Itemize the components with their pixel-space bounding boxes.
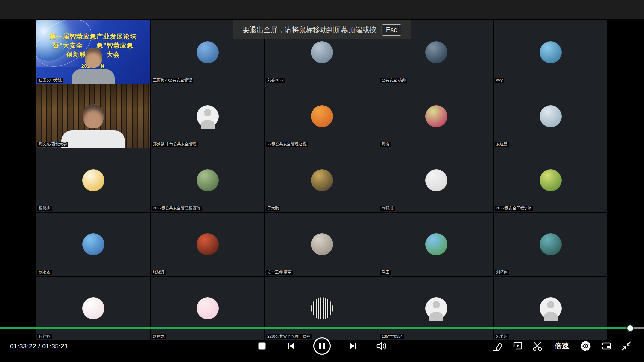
participant-avatar <box>197 41 219 63</box>
previous-button[interactable] <box>286 341 296 351</box>
participant-name-label: 赵腾龙 <box>152 334 166 339</box>
participant-avatar <box>425 169 447 191</box>
participant-avatar <box>311 233 333 255</box>
stop-icon <box>259 343 266 350</box>
participant-name-label: 22级公共安全管理赵悦 <box>266 142 308 147</box>
gear-icon <box>579 340 592 352</box>
speaker-torso <box>61 130 125 148</box>
participant-tile-19: 马工 <box>379 213 493 276</box>
presenter-head <box>85 48 102 68</box>
participant-avatar <box>82 169 104 191</box>
participant-name-label: 周文光-西北大学 <box>37 142 68 147</box>
progress-bar[interactable] <box>0 327 644 329</box>
participant-name-label: 公共安全 杨帅 <box>380 78 407 83</box>
toast-message: 要退出全屏，请将鼠标移动到屏幕顶端或按 <box>243 25 376 35</box>
participant-avatar <box>425 233 447 255</box>
participant-name-label: 张晓丹 <box>152 270 166 275</box>
participant-name-label: 刘睿2022 <box>266 78 285 83</box>
participant-grid: 第一届智慧应急产业发展论坛暨“大安全 急”智慧应急创新联 大会202 月 任国友… <box>36 20 607 340</box>
participant-name-label: 于大鹏 <box>266 206 280 211</box>
participant-name-label: 刘巧芹 <box>495 270 509 275</box>
participant-tile-1: 第一届智慧应急产业发展论坛暨“大安全 急”智慧应急创新联 大会202 月 任国友… <box>36 20 150 84</box>
eraser-icon <box>492 341 503 351</box>
speed-button[interactable]: 倍速 <box>555 341 569 351</box>
exit-fullscreen-button[interactable] <box>621 340 632 352</box>
participant-name-label: 安红昌 <box>495 142 509 147</box>
participant-tile-13: 于大鹏 <box>265 148 379 212</box>
slide-text-line: 第一届智慧应急产业发展论坛 <box>36 32 150 41</box>
scissors-button[interactable] <box>532 341 543 351</box>
participant-name-label: 马工 <box>380 270 391 275</box>
participant-tile-9: 周袁 <box>379 84 493 148</box>
participant-tile-23: 22级公共安全管理一侯翔 <box>265 277 379 340</box>
participant-name-label: 王丽梅23公共安全管理 <box>152 78 193 83</box>
participant-tile-12: 2022级公共安全管理杨茂玮 <box>151 148 264 212</box>
participant-name-label: 2022级安全工程李冰 <box>495 206 533 211</box>
participant-tile-8: 22级公共安全管理赵悦 <box>265 84 379 148</box>
participant-tile-7: 郑梦祺 中劳公共安全管理 <box>151 84 264 148</box>
speed-label: 倍速 <box>555 341 569 351</box>
participant-tile-14: 刘轩成 <box>379 148 493 212</box>
presentation-slide: 第一届智慧应急产业发展论坛暨“大安全 急”智慧应急创新联 大会202 月 <box>36 20 150 84</box>
participant-name-label: 刘轩成 <box>380 206 395 211</box>
participant-tile-20: 刘巧芹 <box>494 213 607 276</box>
participant-avatar <box>197 169 219 191</box>
speaker-silhouette <box>56 104 130 148</box>
participant-avatar <box>540 105 562 127</box>
stop-button[interactable] <box>259 343 266 350</box>
participant-name-label: 郑梦祺 中劳公共安全管理 <box>152 142 198 147</box>
previous-icon <box>286 341 296 351</box>
participant-tile-11: 杨晓柳 <box>36 148 150 212</box>
volume-button[interactable] <box>376 341 388 351</box>
participant-name-label: 2022级公共安全管理杨茂玮 <box>152 206 202 211</box>
participant-avatar <box>425 297 447 319</box>
participant-tile-6: 周文光-西北大学 <box>36 84 150 148</box>
participant-name-label: 22级公共安全管理一侯翔 <box>266 334 312 339</box>
presenter-webcam-overlay <box>68 48 118 84</box>
participant-avatar <box>540 41 562 63</box>
progress-knob[interactable] <box>627 325 633 331</box>
participant-avatar <box>311 41 333 63</box>
clip-frame-button[interactable] <box>512 341 523 351</box>
scissors-icon <box>532 341 543 351</box>
participant-tile-25: 朱姜州 <box>494 277 607 340</box>
participant-tile-5: wxy <box>494 20 607 84</box>
participant-name-label: 135****0354 <box>380 334 404 339</box>
participant-avatar <box>425 105 447 127</box>
pip-icon <box>601 341 613 351</box>
participant-name-label: 任国友中劳院 <box>37 78 63 83</box>
participant-avatar <box>311 169 333 191</box>
participant-name-label: wxy <box>495 78 504 83</box>
participant-name-label: 杨晓柳 <box>37 206 52 211</box>
settings-button[interactable] <box>579 340 592 352</box>
next-button[interactable] <box>348 341 358 351</box>
participant-avatar <box>197 105 219 127</box>
participant-avatar <box>197 233 219 255</box>
participant-tile-22: 赵腾龙 <box>151 277 264 340</box>
participant-name-label: 何荞妤 <box>37 334 52 339</box>
participant-name-label: 朱姜州 <box>495 334 509 339</box>
video-player-stage[interactable]: 要退出全屏，请将鼠标移动到屏幕顶端或按 Esc 第一届智慧应急产业发展论坛暨“大… <box>0 0 644 362</box>
esc-keycap: Esc <box>382 24 401 36</box>
participant-avatar <box>540 169 562 191</box>
exit-fullscreen-toast: 要退出全屏，请将鼠标移动到屏幕顶端或按 Esc <box>233 20 411 39</box>
pip-button[interactable] <box>601 341 613 351</box>
participant-tile-24: 135****0354 <box>379 277 493 340</box>
participant-avatar <box>311 297 333 319</box>
participant-avatar <box>311 105 333 127</box>
eraser-button[interactable] <box>492 341 503 351</box>
participant-avatar <box>425 41 447 63</box>
participant-avatar <box>82 233 104 255</box>
pause-icon <box>313 337 331 355</box>
pause-button[interactable] <box>313 337 331 355</box>
participant-avatar <box>82 297 104 319</box>
webcam-video <box>36 84 150 148</box>
progress-fill <box>0 327 630 329</box>
participant-tile-16: 刘永杰 <box>36 213 150 276</box>
participant-tile-21: 何荞妤 <box>36 277 150 340</box>
playback-time: 01:33:22 / 01:35:21 <box>10 343 68 350</box>
participant-name-label: 周袁 <box>380 142 391 147</box>
participant-tile-15: 2022级安全工程李冰 <box>494 148 607 212</box>
participant-name-label: 刘永杰 <box>37 270 52 275</box>
presenter-torso <box>72 69 115 84</box>
